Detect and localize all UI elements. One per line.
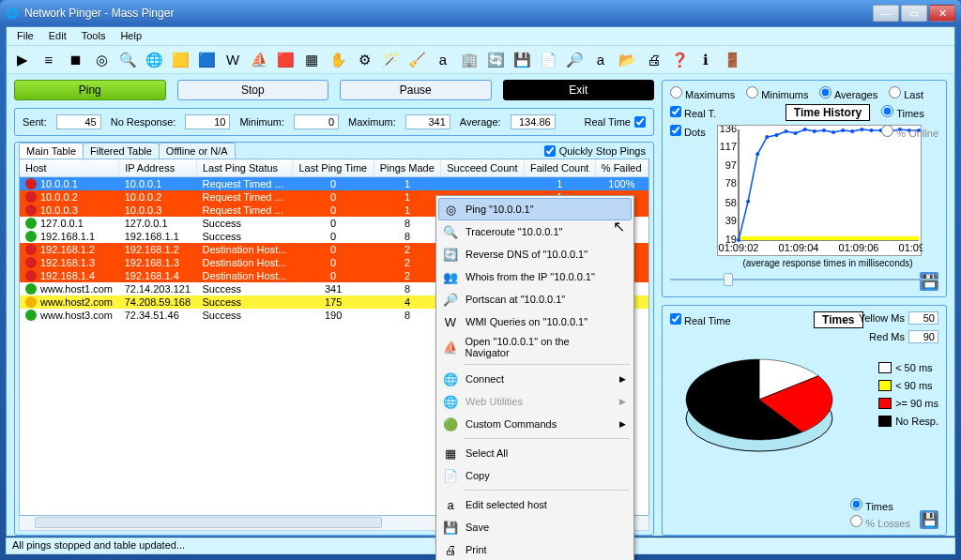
yellow-ms-input[interactable]: 50 (908, 311, 938, 325)
ctx-item[interactable]: 💾Save (438, 516, 632, 538)
table-row[interactable]: 10.0.0.110.0.0.1Request Timed ...011100% (20, 177, 648, 191)
pie-title: Times (814, 311, 862, 328)
ctx-item-label: Portscan at "10.0.0.1" (465, 294, 565, 305)
ctx-item[interactable]: ⛵Open "10.0.0.1" on the Navigator (438, 333, 632, 361)
menu-help[interactable]: Help (114, 29, 148, 43)
ctx-item-icon: 🌐 (442, 393, 459, 410)
i1-icon[interactable]: ≡ (38, 50, 59, 70)
ctx-item-label: Web Utilities (465, 396, 523, 407)
ctx-item[interactable]: 👥Whois from the IP "10.0.0.1" (438, 265, 632, 288)
chart-slider[interactable] (670, 272, 938, 287)
opt-pct-online[interactable]: % Online (881, 125, 938, 139)
opt-averages[interactable]: Averages (819, 86, 877, 100)
ctx-item[interactable]: 🔎Portscan at "10.0.0.1" (438, 288, 632, 310)
svg-point-13 (755, 152, 759, 156)
stop-button[interactable]: Stop (177, 80, 329, 100)
toolbar: ▶≡⏹◎🔍🌐🟨🟦W⛵🟥▦✋⚙🪄🧹a🏢🔄💾📄🔎a📂🖨❓ℹ🚪 (7, 46, 954, 74)
bldg-icon[interactable]: 🏢 (459, 50, 480, 70)
menu-tools[interactable]: Tools (75, 29, 113, 43)
quickly-stop-label: Quickly Stop Pings (559, 145, 646, 157)
i-all-icon[interactable]: ▦ (301, 50, 322, 70)
i10-icon[interactable]: ⚙ (354, 50, 374, 70)
svg-rect-0 (739, 129, 919, 240)
ctx-item[interactable]: 🔄Reverse DNS of "10.0.0.1" (438, 243, 632, 265)
col-header[interactable]: Last Ping Time (293, 159, 374, 177)
tab-filtered-table[interactable]: Filtered Table (83, 143, 160, 159)
exit-button[interactable]: Exit (503, 80, 655, 100)
wmi-icon[interactable]: W (222, 50, 243, 70)
ctx-item[interactable]: 📄Copy (438, 464, 632, 487)
stop-icon[interactable]: ⏹ (65, 50, 85, 70)
refresh-icon[interactable]: 🔄 (485, 50, 506, 70)
menu-file[interactable]: File (10, 29, 40, 43)
a-gray-icon[interactable]: a (433, 50, 453, 70)
ctx-item-label: Ping "10.0.0.1" (465, 204, 534, 215)
a-blue-icon[interactable]: a (590, 50, 611, 70)
eraser-icon[interactable]: 🧹 (406, 50, 427, 70)
menu-edit[interactable]: Edit (42, 29, 73, 43)
ping-button[interactable]: Ping (14, 80, 166, 100)
door-icon[interactable]: 🚪 (722, 50, 742, 70)
ctx-item[interactable]: 🟢Custom Commands▶ (438, 413, 632, 435)
tab-offline[interactable]: Offline or N/A (159, 143, 236, 159)
close-button[interactable]: ✕ (929, 5, 955, 22)
i-blue-icon[interactable]: 🟦 (196, 50, 217, 70)
ctx-item[interactable]: ▦Select All (438, 442, 632, 464)
ctx-item[interactable]: 🌐Connect▶ (438, 368, 632, 390)
tab-main-table[interactable]: Main Table (19, 143, 84, 159)
opt-maximums[interactable]: Maximums (670, 86, 735, 100)
ctx-item[interactable]: 🖨Print (438, 538, 632, 560)
globe-icon[interactable]: 🌐 (144, 50, 164, 70)
col-header[interactable]: Succeed Count (441, 159, 525, 177)
col-header[interactable]: IP Address (119, 159, 197, 177)
dots-checkbox[interactable]: Dots (670, 125, 717, 138)
col-header[interactable]: Host (20, 159, 119, 177)
quickly-stop-checkbox[interactable] (544, 145, 556, 157)
ctx-item[interactable]: 🔍Traceroute "10.0.0.1" (438, 220, 632, 243)
ctx-item-label: Traceroute "10.0.0.1" (465, 226, 562, 237)
open-icon[interactable]: 📂 (617, 50, 637, 70)
svg-point-14 (765, 135, 769, 139)
time-history-title: Time History (786, 104, 870, 121)
col-header[interactable]: % Failed (595, 159, 648, 177)
target-icon[interactable]: ◎ (91, 50, 112, 70)
i-yellow-icon[interactable]: 🟨 (170, 50, 191, 70)
opt-minimums[interactable]: Minimums (746, 86, 808, 100)
pie-opt-times[interactable]: Times (850, 498, 910, 512)
pause-button[interactable]: Pause (340, 80, 492, 100)
ship-icon[interactable]: ⛵ (249, 50, 269, 70)
ctx-item-icon: 🔍 (442, 223, 459, 240)
i-red-icon[interactable]: 🟥 (275, 50, 296, 70)
svg-text:78: 78 (725, 177, 737, 189)
ctx-item[interactable]: ◎Ping "10.0.0.1" (438, 198, 632, 220)
realtime-checkbox[interactable] (634, 116, 646, 128)
hand-icon[interactable]: ✋ (328, 50, 348, 70)
disk-icon[interactable]: 💾 (511, 50, 532, 70)
max-label: Maximum: (348, 116, 396, 128)
opt-last[interactable]: Last (889, 86, 923, 100)
col-header[interactable]: Last Ping Status (197, 159, 293, 177)
wand-icon[interactable]: 🪄 (380, 50, 401, 70)
ctx-item[interactable]: WWMI Queries on "10.0.0.1" (438, 310, 632, 333)
maximize-button[interactable]: ▭ (901, 5, 927, 22)
print-icon[interactable]: 🖨 (643, 50, 664, 70)
info-icon[interactable]: ℹ (695, 50, 716, 70)
realt-checkbox[interactable]: Real T. (670, 106, 717, 119)
search-icon[interactable]: 🔎 (564, 50, 585, 70)
col-header[interactable]: Failed Count (525, 159, 596, 177)
help-icon[interactable]: ❓ (669, 50, 690, 70)
globe-search-icon[interactable]: 🔍 (117, 50, 138, 70)
red-ms-input[interactable]: 90 (908, 330, 938, 343)
save-pie-icon[interactable]: 💾 (920, 510, 938, 529)
pie-opt-losses[interactable]: % Losses (850, 515, 910, 529)
col-header[interactable]: Pings Made (374, 159, 441, 177)
ctx-item[interactable]: aEdit selected host (438, 493, 632, 516)
status-icon (25, 283, 37, 295)
copy-icon[interactable]: 📄 (538, 50, 558, 70)
ctx-item-label: Print (465, 544, 487, 555)
play-icon[interactable]: ▶ (12, 50, 33, 70)
minimize-button[interactable]: — (873, 5, 899, 22)
ctx-item: 🌐Web Utilities▶ (438, 390, 632, 413)
pie-realtime-checkbox[interactable]: Real Time (670, 313, 731, 326)
opt-times[interactable]: Times (881, 105, 938, 119)
